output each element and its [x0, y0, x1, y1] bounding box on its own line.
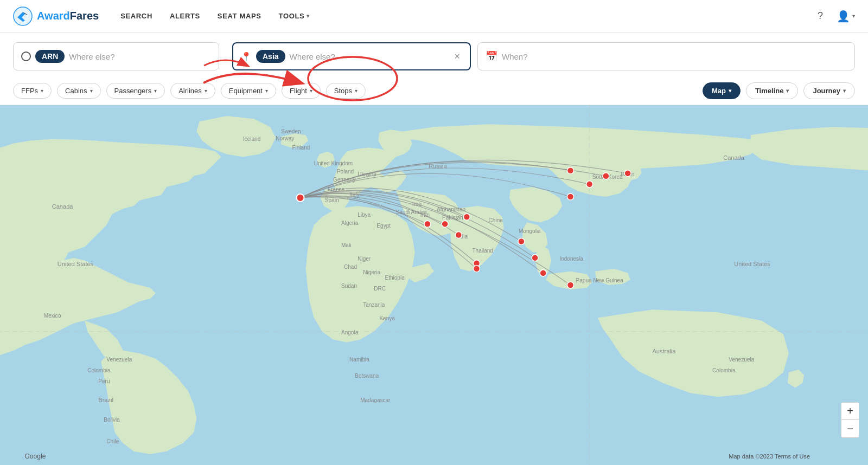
svg-text:Google: Google [24, 453, 46, 460]
svg-text:Venezuela: Venezuela [106, 357, 132, 363]
svg-point-62 [603, 173, 609, 179]
svg-point-70 [463, 214, 470, 220]
logo[interactable]: AwardFares [13, 7, 99, 26]
svg-point-65 [567, 193, 573, 200]
filter-passengers[interactable]: Passengers ▾ [106, 83, 165, 99]
svg-text:Egypt: Egypt [376, 223, 391, 229]
svg-text:Madagascar: Madagascar [360, 397, 391, 403]
nav-tools[interactable]: TOOLS ▾ [279, 12, 310, 20]
svg-text:Sweden: Sweden [281, 128, 301, 134]
logo-icon [13, 7, 33, 26]
svg-point-67 [540, 270, 546, 276]
view-timeline-button[interactable]: Timeline ▾ [746, 82, 799, 99]
svg-text:Niger: Niger [358, 256, 371, 262]
destination-placeholder: Where else? [290, 52, 335, 61]
filter-equipment[interactable]: Equipment ▾ [221, 83, 276, 99]
zoom-controls: + − [841, 402, 859, 438]
destination-field[interactable]: 📍 Asia Where else? × [232, 42, 471, 70]
tools-chevron-icon: ▾ [307, 13, 310, 19]
date-field[interactable]: 📅 When? [477, 42, 855, 70]
passengers-chevron-icon: ▾ [154, 88, 157, 94]
svg-text:Iceland: Iceland [243, 136, 260, 142]
zoom-out-button[interactable]: − [841, 420, 859, 437]
svg-point-74 [424, 221, 431, 227]
filter-stops[interactable]: Stops ▾ [326, 83, 366, 99]
svg-text:Tanzania: Tanzania [363, 302, 385, 308]
filter-airlines[interactable]: Airlines ▾ [170, 83, 215, 99]
svg-text:Mexico: Mexico [44, 313, 61, 319]
flight-chevron-icon: ▾ [310, 88, 312, 94]
date-placeholder: When? [502, 52, 528, 61]
svg-point-64 [586, 181, 593, 188]
svg-point-71 [455, 231, 462, 238]
origin-placeholder: Where else? [69, 52, 114, 61]
svg-point-68 [532, 255, 538, 261]
svg-text:Mali: Mali [341, 242, 351, 248]
timeline-chevron-icon: ▾ [786, 88, 789, 94]
zoom-in-button[interactable]: + [841, 403, 859, 420]
svg-text:Chile: Chile [106, 438, 119, 444]
svg-text:Libya: Libya [358, 212, 371, 218]
svg-text:Canada: Canada [723, 154, 745, 161]
nav-seat-maps[interactable]: SEAT MAPS [218, 12, 261, 20]
logo-text: AwardFares [37, 10, 99, 22]
svg-text:Papua New Guinea: Papua New Guinea [576, 277, 624, 283]
svg-text:Finland: Finland [292, 145, 310, 151]
svg-text:United Kingdom: United Kingdom [314, 160, 353, 166]
svg-text:Mongolia: Mongolia [519, 228, 541, 234]
svg-text:Venezuela: Venezuela [729, 357, 754, 363]
svg-text:United States: United States [58, 261, 94, 267]
nav-alerts[interactable]: ALERTS [170, 12, 200, 20]
svg-text:Algeria: Algeria [341, 220, 359, 226]
journey-chevron-icon: ▾ [843, 88, 846, 94]
calendar-icon: 📅 [486, 50, 497, 62]
map-chevron-icon: ▾ [729, 88, 731, 94]
svg-text:Colombia: Colombia [87, 367, 111, 373]
header-right: ? 👤 ▾ [813, 9, 855, 24]
svg-text:Botswana: Botswana [355, 373, 379, 379]
filter-flight[interactable]: Flight ▾ [282, 83, 321, 99]
svg-text:Norway: Norway [276, 135, 294, 141]
svg-text:China: China [489, 217, 503, 223]
destination-tag: Asia [256, 50, 285, 63]
svg-text:Angola: Angola [341, 330, 359, 335]
filter-cabins[interactable]: Cabins ▾ [57, 83, 100, 99]
cabins-chevron-icon: ▾ [90, 88, 93, 94]
svg-text:Thailand: Thailand [472, 248, 493, 254]
header: AwardFares SEARCH ALERTS SEAT MAPS TOOLS… [0, 0, 868, 33]
help-icon[interactable]: ? [813, 9, 828, 24]
svg-text:DRC: DRC [374, 286, 386, 292]
svg-text:Brazil: Brazil [98, 397, 113, 403]
user-menu[interactable]: 👤 ▾ [837, 10, 855, 23]
search-bar: ARN Where else? 📍 Asia Where else? × 📅 W… [0, 33, 868, 78]
svg-text:Map data ©2023   Terms of Use: Map data ©2023 Terms of Use [729, 453, 810, 460]
svg-text:Chad: Chad [344, 264, 357, 270]
world-map: Canada United States Mexico Brazil Venez… [0, 105, 868, 465]
main-nav: SEARCH ALERTS SEAT MAPS TOOLS ▾ [120, 12, 813, 20]
origin-tag: ARN [35, 50, 65, 63]
svg-point-61 [624, 170, 631, 177]
view-journey-button[interactable]: Journey ▾ [803, 82, 855, 99]
view-map-button[interactable]: Map ▾ [703, 82, 741, 99]
stops-chevron-icon: ▾ [355, 88, 358, 94]
nav-search[interactable]: SEARCH [120, 12, 152, 20]
svg-point-69 [567, 282, 573, 288]
equipment-chevron-icon: ▾ [265, 88, 268, 94]
map-container[interactable]: Canada United States Mexico Brazil Venez… [0, 105, 868, 465]
svg-text:Poland: Poland [337, 169, 354, 175]
svg-point-63 [567, 167, 573, 174]
ffps-chevron-icon: ▾ [41, 88, 43, 94]
svg-text:Canada: Canada [52, 203, 74, 210]
location-pin-icon: 📍 [241, 51, 252, 62]
origin-field[interactable]: ARN Where else? [13, 42, 219, 70]
filter-ffps[interactable]: FFPs ▾ [13, 83, 52, 99]
clear-destination-button[interactable]: × [452, 51, 462, 62]
svg-text:Peru: Peru [98, 378, 110, 384]
svg-point-73 [473, 266, 480, 272]
svg-text:Indonesia: Indonesia [559, 256, 583, 262]
svg-point-76 [296, 194, 304, 202]
svg-text:Namibia: Namibia [349, 357, 369, 363]
svg-text:Nigeria: Nigeria [363, 269, 380, 275]
user-chevron-icon: ▾ [852, 13, 855, 19]
svg-text:Kenya: Kenya [379, 315, 395, 321]
